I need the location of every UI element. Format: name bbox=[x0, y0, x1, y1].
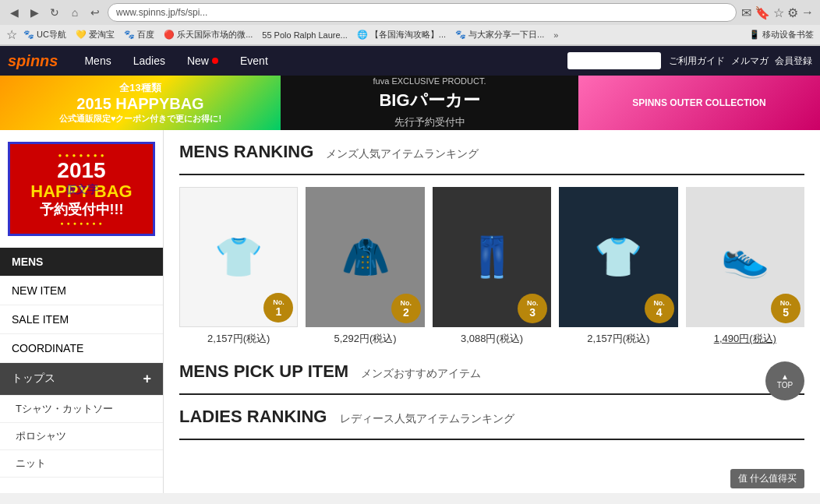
bookmark-rakuten[interactable]: 🔴 乐天国际市场的微... bbox=[161, 28, 256, 41]
watermark-text: 值 什么值得买 bbox=[738, 473, 797, 484]
rank-badge-1: No. 1 bbox=[263, 293, 293, 322]
nav-search-area bbox=[567, 52, 661, 69]
mens-ranking-section: MENS RANKING メンズ人気アイテムランキング 👕 No. 1 bbox=[179, 142, 804, 346]
banner-reserve: 先行予約受付中 bbox=[394, 115, 465, 129]
rank-num-3: 3 bbox=[529, 307, 535, 318]
mens-ranking-title: MENS RANKING メンズ人気アイテムランキング bbox=[179, 142, 804, 162]
nav-event[interactable]: Event bbox=[229, 46, 279, 76]
product-emoji-1: 👕 bbox=[214, 234, 263, 280]
rank-num-2: 2 bbox=[403, 307, 409, 318]
rank-badge-5: No. 5 bbox=[771, 294, 801, 323]
ladies-ranking-divider bbox=[179, 439, 804, 440]
sidebar-coordinate-label: COORDINATE bbox=[12, 342, 83, 354]
sidebar-sale-item[interactable]: SALE ITEM bbox=[0, 305, 163, 334]
sidebar-polo[interactable]: ポロシャツ bbox=[0, 423, 163, 450]
bookmark-haitao[interactable]: 🌐 【各国海淘攻略】... bbox=[354, 28, 449, 41]
nav-new[interactable]: New bbox=[176, 46, 229, 76]
mens-ranking-divider bbox=[179, 174, 804, 175]
browser-chrome: ◀ ▶ ↻ ⌂ ↩ www.spinns.jp/fs/spi... ✉ 🔖 ☆ … bbox=[0, 0, 820, 46]
new-dot-indicator bbox=[212, 58, 218, 64]
banner-left[interactable]: 全13種類 2015 HAPPYBAG 公式通販限定♥クーポン付きで更にお得に! bbox=[0, 76, 281, 130]
mens-pickup-divider bbox=[179, 393, 804, 395]
nav-ladies[interactable]: Ladies bbox=[122, 46, 176, 76]
ladies-ranking-subtitle: レディース人気アイテムランキング bbox=[340, 412, 514, 425]
top-nav: spinns Mens Ladies New Event ご利用ガイド メルマガ… bbox=[0, 46, 820, 76]
site-wrapper: spinns Mens Ladies New Event ご利用ガイド メルマガ… bbox=[0, 46, 820, 493]
product-img-5: 👟 No. 5 bbox=[686, 187, 804, 327]
sidebar-happy-bag-banner[interactable]: ● ● ● ● ● ● ● 2015 HAPPY BAG 仮文字 予約受付中!!… bbox=[8, 142, 155, 236]
sidebar-knit[interactable]: ニット bbox=[0, 450, 163, 478]
banner-left-text: 全13種類 2015 HAPPYBAG 公式通販限定♥クーポン付きで更にお得に! bbox=[59, 81, 221, 125]
sidebar-knit-label: ニット bbox=[16, 457, 46, 469]
search-input[interactable] bbox=[567, 52, 661, 69]
sidebar-new-item[interactable]: NEW ITEM bbox=[0, 277, 163, 305]
refresh-button[interactable]: ↻ bbox=[47, 5, 62, 20]
star-icon[interactable]: ☆ bbox=[773, 5, 784, 20]
forward-nav-icon[interactable]: → bbox=[801, 5, 814, 19]
sidebar-mens-header: MENS bbox=[0, 248, 163, 277]
product-item-4[interactable]: 👕 No. 4 2,157円(税込) bbox=[559, 187, 677, 346]
banner-right-text: SPINNS OUTER COLLECTION bbox=[632, 97, 765, 108]
bookmark-polo[interactable]: 55 Polo Ralph Laure... bbox=[259, 30, 350, 41]
bookmark-uc[interactable]: 🐾 UC导航 bbox=[20, 28, 69, 41]
sidebar-menu: MENS NEW ITEM SALE ITEM COORDINATE トップス … bbox=[0, 248, 163, 478]
product-price-1: 2,157円(税込) bbox=[179, 332, 298, 346]
sidebar-new-item-label: NEW ITEM bbox=[12, 284, 66, 297]
mens-pickup-rest: PICK UP ITEM bbox=[234, 361, 349, 381]
history-button[interactable]: ↩ bbox=[87, 5, 103, 20]
product-grid-mens: 👕 No. 1 2,157円(税込) 🧥 bbox=[179, 187, 804, 346]
bookmark-taobao[interactable]: 💛 爱淘宝 bbox=[72, 28, 118, 41]
bookmark-baidu[interactable]: 🐾 百度 bbox=[121, 28, 157, 41]
mail-icon[interactable]: ✉ bbox=[741, 5, 751, 20]
ladies-ranking-title: LADIES RANKING レディース人気アイテムランキング bbox=[179, 407, 804, 427]
settings-icon[interactable]: ⚙ bbox=[787, 5, 798, 20]
product-price-2: 5,292円(税込) bbox=[306, 332, 424, 346]
rank-badge-2: No. 2 bbox=[391, 294, 421, 323]
happy-bag-ad[interactable]: ● ● ● ● ● ● ● 2015 HAPPY BAG 仮文字 予約受付中!!… bbox=[10, 144, 153, 234]
mens-ranking-subtitle: メンズ人気アイテムランキング bbox=[326, 147, 479, 160]
sidebar-coordinate[interactable]: COORDINATE bbox=[0, 334, 163, 363]
url-text: www.spinns.jp/fs/spi... bbox=[116, 7, 207, 18]
banner-center[interactable]: fuva EXCLUSIVE PRODUCT. BIGパーカー 先行予約受付中 bbox=[281, 76, 578, 130]
mens-pickup-title: MENS PICK UP ITEM メンズおすすめアイテム bbox=[179, 361, 804, 382]
sidebar-tops-item[interactable]: トップス + bbox=[0, 363, 163, 396]
mens-pickup-bold: MENS bbox=[179, 361, 229, 381]
ladies-ranking-rest: RANKING bbox=[247, 407, 327, 426]
mobile-bookmarks[interactable]: 📱 移动设备书签 bbox=[749, 29, 814, 41]
product-img-4: 👕 No. 4 bbox=[559, 187, 677, 327]
product-item-2[interactable]: 🧥 No. 2 5,292円(税込) bbox=[306, 187, 424, 346]
bookmark-share[interactable]: 🐾 与大家分享一下日... bbox=[452, 28, 547, 41]
product-item-1[interactable]: 👕 No. 1 2,157円(税込) bbox=[179, 187, 298, 346]
watermark: 值 什么值得买 bbox=[730, 469, 804, 488]
home-button[interactable]: ⌂ bbox=[67, 5, 83, 20]
banner-year-label: 全13種類 bbox=[59, 81, 221, 95]
product-item-3[interactable]: 👖 No. 3 3,088円(税込) bbox=[433, 187, 551, 346]
back-to-top-button[interactable]: ▲ TOP bbox=[765, 361, 804, 400]
mens-pickup-subtitle: メンズおすすめアイテム bbox=[361, 367, 481, 379]
rank-badge-4: No. 4 bbox=[645, 294, 674, 323]
banner-coupon-label: 公式通販限定♥クーポン付きで更にお得に! bbox=[59, 113, 221, 125]
product-img-1: 👕 No. 1 bbox=[179, 187, 298, 327]
product-item-5[interactable]: 👟 No. 5 1,490円(税込) bbox=[686, 187, 804, 346]
rank-num-4: 4 bbox=[656, 307, 663, 318]
nav-mens[interactable]: Mens bbox=[73, 46, 122, 76]
back-button[interactable]: ◀ bbox=[6, 5, 22, 20]
address-bar[interactable]: www.spinns.jp/fs/spi... bbox=[108, 3, 737, 22]
nav-register[interactable]: 会員登録 bbox=[775, 55, 812, 68]
banner-product-title: BIGパーカー bbox=[379, 89, 479, 112]
rank-num-1: 1 bbox=[276, 306, 282, 317]
product-price-4: 2,157円(税込) bbox=[559, 332, 677, 346]
site-logo[interactable]: spinns bbox=[8, 52, 58, 70]
nav-magazine[interactable]: メルマガ bbox=[731, 55, 769, 68]
bookmark-icon[interactable]: 🔖 bbox=[755, 5, 770, 20]
banner-right[interactable]: SPINNS OUTER COLLECTION bbox=[578, 76, 820, 130]
nav-guide[interactable]: ご利用ガイド bbox=[669, 55, 725, 68]
sidebar-tshirt[interactable]: Tシャツ・カットソー bbox=[0, 396, 163, 423]
expand-icon: + bbox=[143, 371, 151, 387]
top-arrow-icon: ▲ bbox=[781, 372, 789, 381]
bookmarks-more[interactable]: » bbox=[550, 30, 561, 41]
sidebar-tops-label: トップス bbox=[12, 372, 55, 386]
forward-button[interactable]: ▶ bbox=[27, 5, 42, 20]
mens-ranking-rest: RANKING bbox=[234, 142, 314, 161]
happy-bag-dots-bottom: ● ● ● ● ● ● ● bbox=[18, 220, 145, 226]
